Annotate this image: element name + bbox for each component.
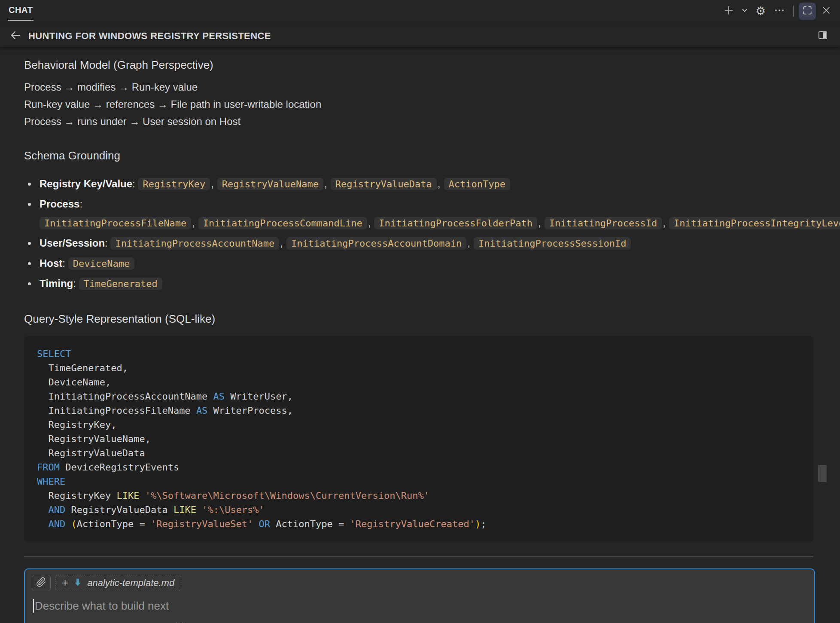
schema-item-colon: : — [132, 178, 138, 189]
chip-separator: , — [438, 178, 441, 189]
schema-field-chip: RegistryKey — [138, 178, 210, 190]
code-line: RegistryKey LIKE '%\Software\Microsoft\W… — [37, 489, 800, 503]
code-line: WHERE — [37, 474, 800, 489]
add-context-icon: + — [62, 577, 68, 588]
behavior-lines: Process → modifies → Run-key valueRun-ke… — [24, 79, 813, 130]
attach-file-button[interactable] — [32, 575, 51, 591]
toolbar-divider — [793, 6, 794, 17]
schema-field-chip: TimeGenerated — [79, 278, 162, 290]
new-chat-dropdown-button[interactable] — [739, 3, 750, 20]
section-heading-schema-grounding: Schema Grounding — [24, 149, 813, 162]
code-line: AND RegistryValueData LIKE '%:\Users%' — [37, 503, 800, 517]
code-line: TimeGenerated, — [37, 361, 800, 375]
back-button[interactable] — [8, 28, 23, 44]
schema-field-chip: InitiatingProcessId — [545, 217, 662, 229]
attachment-filename: analytic-template.md — [87, 577, 174, 589]
split-editor-button[interactable] — [814, 27, 831, 45]
plus-icon — [723, 5, 734, 18]
schema-item-colon: : — [79, 198, 82, 210]
schema-field-chip: RegistryValueName — [217, 178, 323, 190]
code-line: RegistryKey, — [37, 418, 800, 432]
code-line: RegistryValueData — [37, 446, 800, 460]
behavior-line: Process → modifies → Run-key value — [24, 79, 813, 96]
markdown-file-icon — [73, 577, 82, 589]
new-chat-button[interactable] — [720, 3, 737, 20]
chip-separator: , — [538, 217, 541, 229]
schema-field-chip: ActionType — [444, 178, 510, 190]
chat-response-body: Behavioral Model (Graph Perspective) Pro… — [0, 47, 840, 542]
schema-item-label: Timing — [40, 278, 73, 289]
page-title: HUNTING FOR WINDOWS REGISTRY PERSISTENCE — [28, 31, 271, 42]
arrow-left-icon — [9, 29, 21, 43]
section-heading-behavioral-model: Behavioral Model (Graph Perspective) — [24, 58, 813, 72]
schema-field-chip: InitiatingProcessIntegrityLevel — [669, 217, 840, 229]
code-line: RegistryValueName, — [37, 432, 800, 446]
redo-prompt-button[interactable] — [768, 621, 784, 623]
ellipsis-icon — [774, 5, 785, 18]
chip-separator: , — [368, 217, 371, 229]
chip-separator: , — [280, 237, 283, 249]
topbar-actions: ⚙ — [720, 3, 835, 20]
chip-separator: , — [663, 217, 666, 229]
code-line: SELECT — [37, 347, 800, 361]
code-line: InitiatingProcessAccountName AS WriterUs… — [37, 389, 800, 403]
screen-mode-button[interactable] — [799, 3, 816, 20]
section-heading-query-representation: Query-Style Representation (SQL-like) — [24, 312, 813, 326]
schema-item: Registry Key/Value: RegistryKey,Registry… — [24, 174, 813, 194]
code-line: AND (ActionType = 'RegistryValueSet' OR … — [37, 517, 800, 531]
chip-separator: , — [324, 178, 327, 189]
schema-item: User/Session: InitiatingProcessAccountNa… — [24, 234, 813, 253]
schema-item-colon: : — [62, 257, 68, 269]
sql-code-block: SELECT TimeGenerated, DeviceName, Initia… — [24, 336, 813, 542]
server-refresh-icon — [196, 621, 209, 623]
settings-button[interactable]: ⚙ — [752, 3, 769, 20]
schema-item: Process: InitiatingProcessFileName,Initi… — [24, 195, 813, 233]
code-line: DeviceName, — [37, 375, 800, 389]
input-controls-row: Agent GPT-5.1-Codex — [32, 621, 807, 623]
gear-icon: ⚙ — [755, 6, 766, 17]
code-line: FROM DeviceRegistryEvents — [37, 460, 800, 474]
schema-item-label: User/Session — [40, 237, 105, 249]
context-attachment-chip[interactable]: + analytic-template.md — [55, 575, 181, 591]
paperclip-icon — [36, 577, 46, 589]
close-button[interactable] — [818, 3, 835, 20]
scrollbar-thumb[interactable] — [818, 465, 827, 482]
text-cursor — [33, 599, 34, 613]
screen-corners-icon — [802, 5, 813, 18]
chat-header: HUNTING FOR WINDOWS REGISTRY PERSISTENCE — [0, 25, 840, 47]
tab-chat[interactable]: CHAT — [8, 5, 33, 21]
schema-field-chip: InitiatingProcessFolderPath — [374, 217, 537, 229]
chip-separator: , — [211, 178, 214, 189]
schema-item-label: Registry Key/Value — [40, 178, 132, 189]
input-divider — [24, 556, 813, 557]
schema-item-label: Host — [40, 257, 62, 269]
schema-item: Host: DeviceName — [24, 254, 813, 273]
more-actions-button[interactable] — [771, 3, 788, 20]
schema-field-chip: DeviceName — [68, 257, 134, 270]
schema-item-label: Process — [40, 198, 79, 210]
chip-separator: , — [192, 217, 195, 229]
chat-input[interactable]: Describe what to build next — [32, 599, 807, 613]
code-line: InitiatingProcessFileName AS WriterProce… — [37, 403, 800, 418]
schema-field-chip: InitiatingProcessCommandLine — [198, 217, 367, 229]
configure-tools-button[interactable] — [172, 621, 188, 623]
behavior-line: Process → runs under → User session on H… — [24, 113, 813, 130]
input-placeholder: Describe what to build next — [35, 599, 169, 613]
schema-field-chip: RegistryValueData — [331, 178, 437, 190]
schema-item-colon: : — [105, 237, 110, 249]
schema-field-chip: InitiatingProcessAccountName — [110, 237, 279, 250]
send-button[interactable] — [791, 621, 807, 623]
mcp-servers-refresh-button[interactable] — [194, 621, 210, 623]
top-bar: CHAT ⚙ — [0, 0, 840, 25]
chat-input-box: + analytic-template.md Describe what to … — [24, 568, 815, 623]
chip-separator: , — [467, 237, 470, 249]
attachment-row: + analytic-template.md — [32, 575, 807, 591]
split-panel-icon — [817, 30, 828, 43]
schema-item: Timing: TimeGenerated — [24, 274, 813, 293]
close-icon — [821, 5, 831, 17]
send-controls — [768, 621, 807, 623]
schema-list: Registry Key/Value: RegistryKey,Registry… — [24, 174, 813, 293]
schema-item-colon: : — [73, 278, 79, 289]
schema-field-chip: InitiatingProcessSessionId — [474, 237, 631, 250]
behavior-line: Run-key value → references → File path i… — [24, 96, 813, 113]
